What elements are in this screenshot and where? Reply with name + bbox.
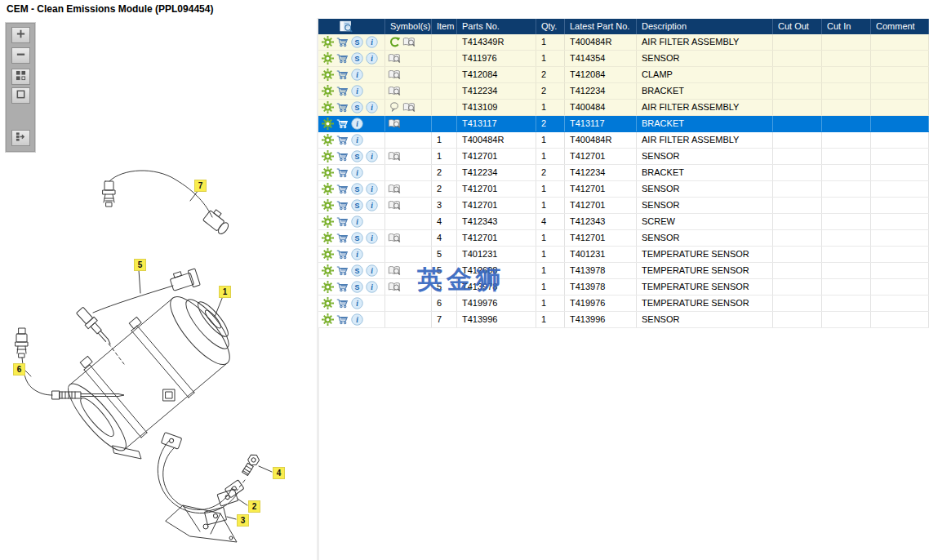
catalog-image-icon[interactable] bbox=[388, 52, 401, 65]
parts-list-preview-icon[interactable] bbox=[340, 20, 353, 33]
cart-icon[interactable] bbox=[336, 281, 349, 294]
table-row[interactable]: i6T4199761T419976TEMPERATURE SENSOR bbox=[318, 296, 929, 312]
table-row[interactable]: Si5T4126081T413978TEMPERATURE SENSOR bbox=[318, 263, 929, 279]
info-badge-icon[interactable]: i bbox=[365, 232, 378, 245]
table-row[interactable]: iT4131172T413117BRACKET bbox=[318, 116, 929, 132]
table-row[interactable]: i4T4123434T412343SCREW bbox=[318, 214, 929, 230]
info-badge-icon[interactable]: i bbox=[350, 118, 363, 131]
table-row[interactable]: i7T4139961T413996SENSOR bbox=[318, 312, 929, 328]
cart-icon[interactable] bbox=[336, 232, 349, 245]
gear-icon[interactable] bbox=[321, 281, 334, 294]
gear-icon[interactable] bbox=[321, 52, 334, 65]
gear-icon[interactable] bbox=[321, 297, 334, 310]
gear-icon[interactable] bbox=[321, 232, 334, 245]
info-badge-icon[interactable]: i bbox=[350, 69, 363, 82]
gear-icon[interactable] bbox=[321, 199, 334, 212]
cart-icon[interactable] bbox=[336, 297, 349, 310]
info-badge-icon[interactable]: i bbox=[365, 281, 378, 294]
info-badge-icon[interactable]: i bbox=[350, 313, 363, 327]
table-row[interactable]: Si2T4127011T412701SENSOR bbox=[318, 181, 929, 198]
catalog-image-icon[interactable] bbox=[402, 36, 416, 49]
service-badge-icon[interactable]: S bbox=[350, 199, 363, 212]
info-badge-icon[interactable]: i bbox=[365, 101, 378, 114]
catalog-image-icon[interactable] bbox=[388, 199, 401, 212]
info-badge-icon[interactable]: i bbox=[350, 216, 363, 229]
supersession-icon[interactable] bbox=[388, 36, 401, 49]
gear-icon[interactable] bbox=[321, 150, 334, 163]
table-row[interactable]: SiT4131091T400484AIR FILTER ASSEMBLY bbox=[318, 100, 929, 116]
info-badge-icon[interactable]: i bbox=[350, 85, 363, 98]
table-row[interactable]: i5T4012311T401231TEMPERATURE SENSOR bbox=[318, 247, 929, 263]
table-row[interactable]: Si3T4127011T412701SENSOR bbox=[318, 198, 929, 214]
gear-icon[interactable] bbox=[321, 36, 334, 49]
info-badge-icon[interactable]: i bbox=[365, 150, 378, 163]
service-badge-icon[interactable]: S bbox=[350, 232, 363, 245]
catalog-image-icon[interactable] bbox=[402, 101, 416, 114]
table-row[interactable]: Si1T4127011T412701SENSOR bbox=[318, 149, 929, 165]
callout[interactable]: 1 bbox=[219, 286, 231, 298]
gear-icon[interactable] bbox=[321, 85, 334, 98]
table-row[interactable]: i2T4122342T412234BRACKET bbox=[318, 165, 929, 181]
cart-icon[interactable] bbox=[336, 248, 349, 261]
catalog-image-icon[interactable] bbox=[388, 150, 401, 163]
catalog-image-icon[interactable] bbox=[388, 118, 401, 131]
table-row[interactable]: SiT4119761T414354SENSOR bbox=[318, 51, 929, 67]
info-badge-icon[interactable]: i bbox=[365, 264, 378, 278]
gear-icon[interactable] bbox=[321, 248, 334, 261]
callout[interactable]: 4 bbox=[273, 467, 285, 479]
gear-icon[interactable] bbox=[321, 313, 334, 327]
cart-icon[interactable] bbox=[336, 199, 349, 212]
cart-icon[interactable] bbox=[336, 52, 349, 65]
catalog-image-icon[interactable] bbox=[388, 281, 401, 294]
cart-icon[interactable] bbox=[336, 36, 349, 49]
gear-icon[interactable] bbox=[321, 167, 334, 180]
cart-icon[interactable] bbox=[336, 216, 349, 229]
cart-icon[interactable] bbox=[336, 264, 349, 278]
cart-icon[interactable] bbox=[336, 69, 349, 82]
table-row[interactable]: Si4T4127011T412701SENSOR bbox=[318, 230, 929, 247]
callout[interactable]: 2 bbox=[248, 500, 260, 513]
gear-icon[interactable] bbox=[321, 69, 334, 82]
callout[interactable]: 5 bbox=[134, 259, 146, 271]
gear-icon[interactable] bbox=[321, 101, 334, 114]
gear-icon[interactable] bbox=[321, 216, 334, 229]
service-badge-icon[interactable]: S bbox=[350, 150, 363, 163]
gear-icon[interactable] bbox=[321, 183, 334, 196]
cart-icon[interactable] bbox=[336, 101, 349, 114]
service-badge-icon[interactable]: S bbox=[350, 52, 363, 65]
catalog-image-icon[interactable] bbox=[388, 183, 401, 196]
info-badge-icon[interactable]: i bbox=[350, 167, 363, 180]
table-row[interactable]: i1T400484R1T400484RAIR FILTER ASSEMBLY bbox=[318, 132, 929, 149]
cart-icon[interactable] bbox=[336, 85, 349, 98]
service-badge-icon[interactable]: S bbox=[350, 101, 363, 114]
service-badge-icon[interactable]: S bbox=[350, 264, 363, 278]
note-icon[interactable] bbox=[388, 101, 401, 114]
info-badge-icon[interactable]: i bbox=[350, 248, 363, 261]
gear-icon[interactable] bbox=[321, 134, 334, 147]
gear-icon[interactable] bbox=[321, 264, 334, 278]
cart-icon[interactable] bbox=[336, 183, 349, 196]
gear-icon[interactable] bbox=[321, 118, 334, 131]
catalog-image-icon[interactable] bbox=[388, 85, 401, 98]
cart-icon[interactable] bbox=[336, 313, 349, 327]
service-badge-icon[interactable]: S bbox=[350, 36, 363, 49]
cart-icon[interactable] bbox=[336, 118, 349, 131]
info-badge-icon[interactable]: i bbox=[350, 134, 363, 147]
cart-icon[interactable] bbox=[336, 150, 349, 163]
info-badge-icon[interactable]: i bbox=[365, 36, 378, 49]
service-badge-icon[interactable]: S bbox=[350, 183, 363, 196]
table-row[interactable]: iT4120842T412084CLAMP bbox=[318, 67, 929, 83]
table-row[interactable]: Si5T4139781T413978TEMPERATURE SENSOR bbox=[318, 279, 929, 296]
cart-icon[interactable] bbox=[336, 167, 349, 180]
callout[interactable]: 6 bbox=[13, 363, 25, 376]
catalog-image-icon[interactable] bbox=[388, 232, 401, 245]
cart-icon[interactable] bbox=[336, 134, 349, 147]
info-badge-icon[interactable]: i bbox=[365, 199, 378, 212]
info-badge-icon[interactable]: i bbox=[365, 52, 378, 65]
table-row[interactable]: SiT414349R1T400484RAIR FILTER ASSEMBLY bbox=[318, 34, 929, 51]
catalog-image-icon[interactable] bbox=[388, 264, 401, 278]
service-badge-icon[interactable]: S bbox=[350, 281, 363, 294]
info-badge-icon[interactable]: i bbox=[365, 183, 378, 196]
callout[interactable]: 7 bbox=[194, 180, 207, 192]
callout[interactable]: 3 bbox=[237, 514, 249, 527]
